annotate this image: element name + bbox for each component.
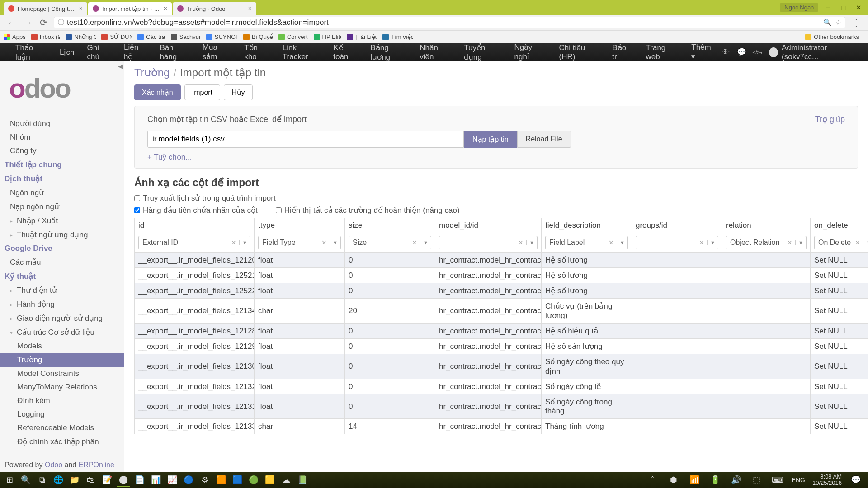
- menu-item[interactable]: Bán hàng: [153, 43, 196, 61]
- site-info-icon[interactable]: ⓘ: [58, 19, 64, 27]
- sidebar-item[interactable]: ▾Cấu trúc Cơ sở dữ liệu: [0, 325, 124, 339]
- start-button[interactable]: ⊞: [3, 473, 16, 487]
- excel-icon[interactable]: 📊: [149, 473, 163, 487]
- other-bookmarks[interactable]: Other bookmarks: [805, 33, 859, 40]
- menu-item[interactable]: Ngày nghỉ: [508, 43, 553, 61]
- bookmark-star-icon[interactable]: ☆: [835, 19, 841, 27]
- messages-icon[interactable]: 💬: [737, 47, 746, 57]
- menu-item[interactable]: Thêm ▾: [685, 43, 721, 61]
- menu-item[interactable]: Ghi chú: [80, 43, 118, 61]
- menu-item[interactable]: Trang web: [640, 43, 685, 61]
- clear-icon[interactable]: ✕: [852, 239, 863, 246]
- task-view-icon[interactable]: ⧉: [35, 473, 49, 487]
- window-minimize-button[interactable]: ─: [823, 4, 833, 11]
- field-select[interactable]: External ID✕▼: [138, 236, 250, 249]
- window-maximize-button[interactable]: ◻: [838, 4, 849, 12]
- menu-item[interactable]: Nhân viên: [413, 43, 458, 61]
- import-button[interactable]: Import: [184, 84, 220, 100]
- sidebar-item[interactable]: ▸Nhập / Xuất: [0, 214, 124, 228]
- address-bar[interactable]: ⓘ test10.erponline.vn/web?debug=assets#m…: [54, 17, 845, 28]
- browser-tab[interactable]: Homepage | Công ty TN...×: [4, 2, 87, 15]
- track-history-checkbox[interactable]: Truy xuất lịch sử trong quá trình import: [134, 193, 276, 203]
- tray-up-icon[interactable]: ˄: [646, 473, 660, 487]
- tab-close-icon[interactable]: ×: [248, 5, 252, 12]
- notifications-icon[interactable]: 💬: [849, 473, 863, 487]
- activities-icon[interactable]: </>▾: [753, 47, 763, 57]
- odoo-link[interactable]: Odoo: [45, 461, 62, 469]
- field-select[interactable]: ✕▼: [439, 236, 538, 249]
- menu-item[interactable]: Kế toán: [327, 43, 364, 61]
- chrome-menu-icon[interactable]: ⋮: [848, 17, 864, 28]
- chevron-down-icon[interactable]: ▼: [707, 240, 718, 245]
- apps-shortcut[interactable]: Apps: [4, 33, 26, 40]
- menu-item[interactable]: Link Tracker: [276, 43, 327, 61]
- notepad-icon[interactable]: 📝: [100, 473, 114, 487]
- sidebar-item[interactable]: ▸Hành động: [0, 297, 124, 311]
- store-icon[interactable]: 🛍: [84, 473, 98, 487]
- window-close-button[interactable]: ✕: [853, 4, 864, 12]
- back-button[interactable]: ←: [4, 18, 20, 28]
- app3-icon[interactable]: 🔵: [182, 473, 195, 487]
- bookmark-item[interactable]: SỬ DỤNG LUẬT HẤP: [101, 33, 132, 40]
- bookmark-item[interactable]: ConvertICO.com - Co: [278, 33, 308, 40]
- chevron-down-icon[interactable]: ▼: [239, 240, 250, 245]
- field-select[interactable]: Field Label✕▼: [545, 236, 628, 249]
- sidebar-item[interactable]: ▸Thư điện tử: [0, 283, 124, 297]
- browser-tab[interactable]: Trường - Odoo×: [173, 2, 256, 15]
- chrome-icon[interactable]: ⬤: [117, 473, 130, 487]
- sidebar-collapse-icon[interactable]: ◀: [118, 63, 123, 70]
- chrome-user-button[interactable]: Ngoc Ngan: [780, 3, 818, 12]
- sidebar-item[interactable]: Referenceable Models: [0, 421, 124, 435]
- chevron-down-icon[interactable]: ▼: [420, 240, 431, 245]
- menu-item[interactable]: Lịch: [53, 43, 80, 61]
- show-all-fields-checkbox[interactable]: Hiển thị tất cả các trường để hoàn thiện…: [276, 206, 460, 215]
- sidebar-item[interactable]: ManyToMany Relations: [0, 380, 124, 394]
- clear-icon[interactable]: ✕: [409, 239, 420, 246]
- search-icon[interactable]: 🔍: [19, 473, 33, 487]
- menu-item[interactable]: Mua sắm: [196, 43, 238, 61]
- sidebar-item[interactable]: Nạp ngôn ngữ: [0, 200, 124, 214]
- sidebar-item[interactable]: Logging: [0, 408, 124, 421]
- bookmark-item[interactable]: Inbox (95) - lengocng: [31, 33, 61, 40]
- bookmark-item[interactable]: Sachvui.Com | Thư Vi: [171, 33, 201, 40]
- sidebar-item[interactable]: Các mẫu: [0, 255, 124, 269]
- erponline-link[interactable]: ERPOnline: [79, 461, 114, 469]
- clear-icon[interactable]: ✕: [784, 239, 795, 246]
- first-row-labels-checkbox[interactable]: Hàng đầu tiên chứa nhãn của cột: [134, 206, 258, 215]
- sidebar-item[interactable]: ▸Giao diện người sử dụng: [0, 311, 124, 325]
- sidebar-item[interactable]: Độ chính xác thập phân: [0, 435, 124, 449]
- app9-icon[interactable]: ☁: [279, 473, 293, 487]
- chevron-down-icon[interactable]: ▼: [863, 240, 868, 245]
- sidebar-item[interactable]: Đính kèm: [0, 394, 124, 408]
- app6-icon[interactable]: 🟦: [231, 473, 244, 487]
- bookmark-item[interactable]: Bí Quyết Làm Giàu Vi: [243, 33, 273, 40]
- tray-battery-icon[interactable]: 🔋: [708, 473, 722, 487]
- app-icon[interactable]: 📄: [133, 473, 146, 487]
- sidebar-item[interactable]: Ngôn ngữ: [0, 186, 124, 200]
- help-link[interactable]: Trợ giúp: [815, 114, 845, 124]
- app4-icon[interactable]: ⚙: [198, 473, 212, 487]
- sidebar-item[interactable]: Công ty: [0, 144, 124, 158]
- menu-item[interactable]: Thảo luận: [9, 43, 53, 61]
- tab-close-icon[interactable]: ×: [79, 5, 83, 12]
- bookmark-item[interactable]: SUYNGHIVALAMGIAU: [206, 33, 238, 40]
- tray-volume-icon[interactable]: 🔊: [729, 473, 743, 487]
- sidebar-item[interactable]: Trường: [0, 353, 124, 367]
- chevron-down-icon[interactable]: ▼: [795, 240, 806, 245]
- chevron-down-icon[interactable]: ▼: [617, 240, 627, 245]
- tray-lang[interactable]: ENG: [792, 476, 805, 483]
- options-toggle[interactable]: + Tuỳ chọn...: [147, 152, 845, 162]
- app8-icon[interactable]: 🟨: [263, 473, 277, 487]
- sidebar-item[interactable]: Models: [0, 339, 124, 353]
- app10-icon[interactable]: 📗: [296, 473, 309, 487]
- clear-icon[interactable]: ✕: [606, 239, 617, 246]
- chevron-down-icon[interactable]: ▼: [526, 240, 537, 245]
- bookmark-item[interactable]: Tìm việc làm, tìm việc: [382, 33, 413, 40]
- clear-icon[interactable]: ✕: [319, 239, 330, 246]
- sidebar-item[interactable]: Nhóm: [0, 131, 124, 144]
- app5-icon[interactable]: 🟧: [214, 473, 228, 487]
- validate-button[interactable]: Xác nhận: [134, 84, 181, 100]
- app7-icon[interactable]: 🟢: [247, 473, 260, 487]
- bookmark-item[interactable]: Các trang download: [137, 33, 165, 40]
- tray-icon-2[interactable]: ⬚: [750, 473, 764, 487]
